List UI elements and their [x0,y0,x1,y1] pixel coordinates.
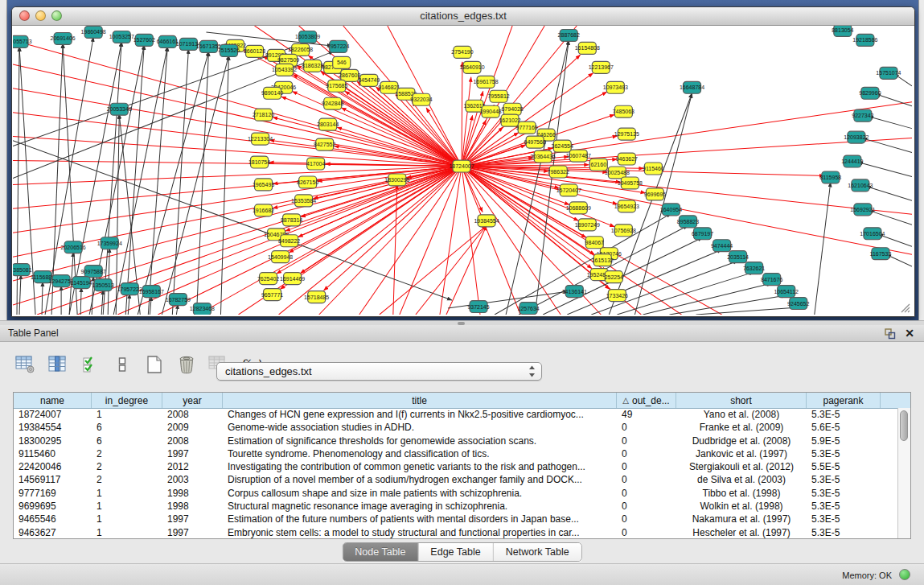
graph-node[interactable]: 8878314 [281,214,302,226]
graph-node[interactable]: 546 [333,56,351,68]
graph-node[interactable]: 16958167 [139,286,164,298]
table-cell[interactable]: Tibbo et al. (1998) [676,487,807,500]
column-visibility-icon[interactable] [47,353,68,376]
scrollbar-thumb[interactable] [900,410,908,441]
node-layer[interactable]: 1872400774638228660128891295418226058982… [13,26,901,315]
graph-edge[interactable] [13,89,462,167]
graph-node[interactable]: 1965493 [253,179,274,191]
table-cell[interactable]: 9115460 [14,447,92,460]
graph-node[interactable]: 1145194 [71,277,92,289]
graph-node[interactable]: 1167533 [870,248,892,260]
table-mode-icon[interactable] [14,353,36,376]
table-cell[interactable]: 2009 [162,421,223,434]
graph-node[interactable]: 9245652 [787,298,809,310]
graph-node[interactable]: 1916682 [253,204,274,216]
table-cell[interactable]: Changes of HCN gene expression and I(f) … [223,408,617,421]
graph-node[interactable]: 17359924 [97,237,122,249]
graph-node[interactable]: 12213304 [248,133,273,145]
table-cell[interactable]: 2003 [162,473,223,486]
graph-node[interactable]: 9463627 [616,153,638,165]
graph-node[interactable]: 62160 [589,159,607,171]
graph-node[interactable]: 9890140 [261,87,283,99]
graph-edge[interactable] [440,167,462,315]
graph-edge[interactable] [462,167,480,315]
table-cell[interactable]: 0 [617,526,676,538]
graph-node[interactable]: 6879197 [692,228,713,240]
table-cell[interactable]: 0 [617,513,676,525]
graph-node[interactable]: 9227343 [852,109,873,122]
table-cell[interactable]: Wolkin et al. (1998) [676,500,807,513]
graph-edge[interactable] [869,117,912,129]
graph-node[interactable]: 6497568 [524,136,546,148]
graph-node[interactable]: 1350513 [92,279,114,291]
table-selector-dropdown[interactable]: citations_edges.txt [216,362,542,381]
graph-node[interactable]: 10607487 [566,150,591,162]
table-row[interactable]: 946362711997Embryonic stem cells: a mode… [14,526,898,538]
graph-edge[interactable] [13,40,462,167]
table-cell[interactable]: 6 [92,435,162,447]
table-cell[interactable]: 1997 [162,447,223,460]
graph-edge[interactable] [162,56,228,315]
graph-node[interactable]: 18907249 [575,219,600,231]
table-cell[interactable]: 5.5E-5 [807,460,881,473]
graph-node[interactable]: 2887682 [558,29,580,41]
graph-node[interactable]: 984067 [585,237,604,249]
graph-node[interactable]: 15353584 [291,195,316,207]
graph-edge[interactable] [617,272,754,315]
graph-edge[interactable] [462,62,462,167]
graph-node[interactable]: 19495758 [618,177,643,189]
graph-node[interactable]: 15409948 [268,251,293,263]
table-cell[interactable]: 18724007 [14,408,92,421]
table-cell[interactable]: 9777169 [14,487,92,500]
graph-node[interactable]: 8427552 [314,138,335,150]
graph-node[interactable]: 16210643 [848,179,873,192]
graph-node[interactable]: 9372145 [467,301,489,313]
table-cell[interactable]: 5.3E-5 [807,500,881,513]
table-cell[interactable]: Estimation of the future numbers of pati… [223,513,617,525]
table-cell[interactable]: 5.9E-5 [807,435,881,447]
table-cell[interactable]: 1997 [162,513,223,525]
column-header-in_degree[interactable]: in_degree [92,393,162,408]
table-cell[interactable]: 9463627 [14,526,92,538]
table-row[interactable]: 2242004622012Investigating the contribut… [14,460,898,473]
table-cell[interactable]: 14569117 [14,473,92,486]
graph-edge[interactable] [101,290,103,315]
graph-node[interactable]: 8454749 [358,74,380,86]
graph-edge[interactable] [643,283,771,315]
table-cell[interactable]: 19384554 [14,421,92,434]
graph-node[interactable]: 9699695 [644,188,666,200]
graph-node[interactable]: 16648784 [680,81,704,93]
table-cell[interactable]: 22420046 [14,460,92,473]
graph-edge[interactable] [150,296,151,315]
table-row[interactable]: 977716911998Corpus callosum shape and si… [14,487,898,500]
table-cell[interactable]: Investigating the contribution of common… [223,460,617,473]
table-cell[interactable]: 1 [92,408,162,421]
graph-edge[interactable] [116,114,119,315]
table-cell[interactable]: 2012 [162,460,223,473]
table-cell[interactable]: 0 [617,487,676,500]
table-cell[interactable]: Estimation of significance thresholds fo… [223,435,617,447]
graph-node[interactable]: 10053257 [109,31,134,43]
graph-node[interactable]: 1527602 [133,34,155,46]
graph-node[interactable]: 7955812 [487,90,509,102]
table-row[interactable]: 1456911722003Disruption of a novel membe… [14,473,898,486]
graph-node[interactable]: 17016504 [860,228,885,240]
table-cell[interactable]: Dudbridge et al. (2008) [676,435,807,447]
tab-edge-table[interactable]: Edge Table [418,543,493,561]
graph-node[interactable]: 20364436 [531,150,556,163]
zoom-window-icon[interactable] [51,10,62,21]
graph-node[interactable]: 16053809 [295,31,320,43]
graph-node[interactable]: 8498222 [278,235,300,247]
table-cell[interactable]: 0 [617,460,676,473]
graph-node[interactable]: 7625402 [257,273,279,285]
citation-network-graph[interactable]: 1872400774638228660128891295418226058982… [13,26,912,315]
table-cell[interactable]: Genome-wide association studies in ADHD. [223,421,617,434]
table-row[interactable]: 911546021997Tourette syndrome. Phenomeno… [14,447,898,460]
graph-node[interactable]: 1990448 [479,105,501,117]
graph-node[interactable]: 9115460 [643,163,664,175]
graph-node[interactable]: 14055713 [13,35,32,47]
graph-node[interactable]: 8958823 [677,216,699,228]
column-header-out_de[interactable]: △out_de... [617,393,676,408]
table-row[interactable]: 1938455462009Genome-wide association stu… [14,421,898,434]
graph-node[interactable]: 19218586 [852,34,877,46]
